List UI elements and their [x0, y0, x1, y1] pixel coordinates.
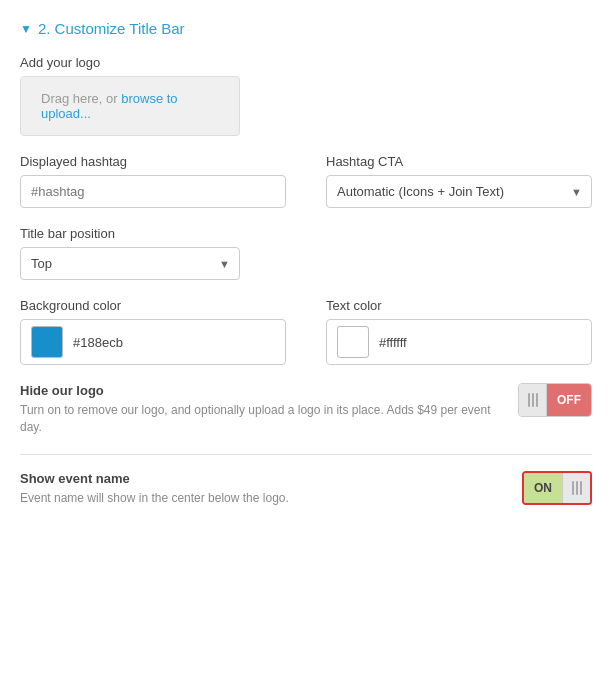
bar-1 [528, 393, 530, 407]
show-event-name-toggle[interactable]: ON [522, 471, 592, 505]
show-event-name-toggle-handle[interactable] [562, 473, 590, 503]
bar-c [580, 481, 582, 495]
hashtag-col: Displayed hashtag [20, 154, 286, 208]
hashtag-cta-select-wrapper: Automatic (Icons + Join Text) Icons Only… [326, 175, 592, 208]
collapse-arrow-icon[interactable]: ▼ [20, 22, 32, 36]
hide-logo-info: Hide our logo Turn on to remove our logo… [20, 383, 518, 436]
hide-logo-toggle-handle[interactable] [519, 384, 547, 416]
hide-logo-toggle[interactable]: OFF [518, 383, 592, 417]
title-bar-position-label: Title bar position [20, 226, 240, 241]
bg-color-col: Background color #188ecb [20, 298, 286, 365]
text-color-field[interactable]: #ffffff [326, 319, 592, 365]
bg-color-swatch [31, 326, 63, 358]
hashtag-cta-select[interactable]: Automatic (Icons + Join Text) Icons Only… [326, 175, 592, 208]
logo-field-group: Add your logo Drag here, or browse to up… [20, 55, 592, 136]
hide-logo-row: Hide our logo Turn on to remove our logo… [20, 383, 592, 436]
bg-color-label: Background color [20, 298, 286, 313]
hashtag-label: Displayed hashtag [20, 154, 286, 169]
upload-placeholder: Drag here, or [41, 91, 121, 106]
hide-logo-title: Hide our logo [20, 383, 498, 398]
bar-2 [532, 393, 534, 407]
upload-box[interactable]: Drag here, or browse to upload... [20, 76, 240, 136]
section-header: ▼ 2. Customize Title Bar [20, 20, 592, 37]
hide-logo-state[interactable]: OFF [547, 384, 591, 416]
hashtag-cta-label: Hashtag CTA [326, 154, 592, 169]
show-event-name-handle-bars [572, 481, 582, 495]
logo-label: Add your logo [20, 55, 592, 70]
title-bar-position-select[interactable]: Top Bottom Left Right [20, 247, 240, 280]
bg-color-value: #188ecb [73, 335, 123, 350]
text-color-swatch [337, 326, 369, 358]
show-event-name-state[interactable]: ON [524, 473, 562, 503]
title-bar-position-select-wrapper: Top Bottom Left Right ▼ [20, 247, 240, 280]
bar-3 [536, 393, 538, 407]
show-event-name-title: Show event name [20, 471, 502, 486]
text-color-col: Text color #ffffff [326, 298, 592, 365]
divider [20, 454, 592, 455]
bar-a [572, 481, 574, 495]
text-color-value: #ffffff [379, 335, 407, 350]
hide-logo-desc: Turn on to remove our logo, and optional… [20, 402, 498, 436]
show-event-name-desc: Event name will show in the center below… [20, 490, 502, 507]
hashtag-cta-col: Hashtag CTA Automatic (Icons + Join Text… [326, 154, 592, 208]
bar-b [576, 481, 578, 495]
hashtag-input[interactable] [20, 175, 286, 208]
show-event-name-row: Show event name Event name will show in … [20, 471, 592, 507]
section-title: 2. Customize Title Bar [38, 20, 185, 37]
show-event-name-info: Show event name Event name will show in … [20, 471, 522, 507]
text-color-label: Text color [326, 298, 592, 313]
hashtag-row: Displayed hashtag Hashtag CTA Automatic … [20, 154, 592, 208]
bg-color-field[interactable]: #188ecb [20, 319, 286, 365]
hide-logo-handle-bars [528, 393, 538, 407]
colors-row: Background color #188ecb Text color #fff… [20, 298, 592, 365]
title-bar-position-group: Title bar position Top Bottom Left Right… [20, 226, 240, 280]
